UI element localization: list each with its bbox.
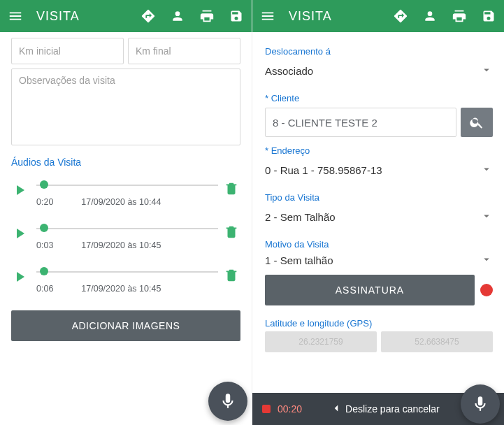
recording-dot-icon xyxy=(262,405,271,413)
print-icon[interactable] xyxy=(451,8,468,24)
gps-lat-value: 26.2321759 xyxy=(298,337,343,347)
audio-track[interactable] xyxy=(36,179,218,192)
trash-icon[interactable] xyxy=(224,180,240,197)
motivo-dropdown[interactable]: 1 - Sem talhão xyxy=(265,250,493,271)
save-icon[interactable] xyxy=(228,8,245,24)
menu-icon[interactable] xyxy=(7,8,24,24)
trash-icon[interactable] xyxy=(224,267,240,284)
save-icon[interactable] xyxy=(480,8,497,24)
deslocamento-value: Associado xyxy=(265,65,313,77)
directions-icon[interactable] xyxy=(392,8,409,24)
audio-track[interactable] xyxy=(36,222,218,235)
audio-item: 0:20 17/09/2020 às 10:44 xyxy=(11,173,240,217)
mic-fab-left[interactable] xyxy=(208,382,247,421)
audio-item: 0:03 17/09/2020 às 10:45 xyxy=(11,217,240,260)
audio-item: 0:06 17/09/2020 às 10:45 xyxy=(11,260,240,303)
endereco-value: 0 - Rua 1 - 758.95867-13 xyxy=(265,164,382,176)
endereco-label: * Endereço xyxy=(265,145,493,156)
tipo-value: 2 - Sem Talhão xyxy=(265,211,336,223)
audios-section-label: Áudios da Visita xyxy=(11,157,240,168)
cliente-value: 8 - CLIENTE TESTE 2 xyxy=(273,117,377,129)
km-inicial-placeholder: Km inicial xyxy=(19,45,61,57)
trash-icon[interactable] xyxy=(224,224,240,240)
caret-down-icon xyxy=(480,210,493,224)
appbar-title: VISITA xyxy=(289,9,332,24)
menu-icon[interactable] xyxy=(259,8,276,24)
gps-label: Latitude e longitude (GPS) xyxy=(265,318,493,329)
cliente-search-button[interactable] xyxy=(461,108,493,137)
audio-timestamp: 17/09/2020 às 10:45 xyxy=(81,284,161,294)
print-icon[interactable] xyxy=(199,8,215,24)
audio-track[interactable] xyxy=(36,266,218,278)
recording-time: 00:20 xyxy=(278,403,302,415)
directions-icon[interactable] xyxy=(140,8,157,24)
recording-cancel-hint: Deslize para cancelar xyxy=(345,403,440,415)
add-images-button[interactable]: ADICIONAR IMAGENS xyxy=(11,310,240,341)
endereco-dropdown[interactable]: 0 - Rua 1 - 758.95867-13 xyxy=(265,156,493,184)
play-icon[interactable] xyxy=(11,182,28,199)
person-icon[interactable] xyxy=(422,8,438,24)
caret-down-icon xyxy=(480,163,493,178)
gps-lon-value: 52.6638475 xyxy=(415,337,459,347)
person-icon[interactable] xyxy=(169,8,186,24)
gps-lon-cell: 52.6638475 xyxy=(381,331,493,352)
km-inicial-input[interactable]: Km inicial xyxy=(11,38,124,64)
cliente-input[interactable]: 8 - CLIENTE TESTE 2 xyxy=(265,108,456,137)
record-indicator xyxy=(480,284,493,296)
caret-down-icon xyxy=(480,64,493,78)
chevron-left-icon xyxy=(330,402,345,417)
tipo-label: Tipo da Visita xyxy=(265,192,493,203)
motivo-label: Motivo da Visita xyxy=(265,239,493,250)
cliente-label: * Cliente xyxy=(265,93,493,103)
deslocamento-label: Deslocamento á xyxy=(265,46,493,57)
mic-fab-right[interactable] xyxy=(461,384,500,424)
obs-textarea[interactable]: Observações da visita xyxy=(11,69,240,145)
appbar-title: VISITA xyxy=(36,9,80,24)
audio-duration: 0:06 xyxy=(36,284,53,294)
audio-duration: 0:20 xyxy=(36,197,53,207)
appbar-left: VISITA xyxy=(0,0,252,32)
audio-timestamp: 17/09/2020 às 10:44 xyxy=(81,197,161,207)
audio-duration: 0:03 xyxy=(36,240,53,250)
km-final-input[interactable]: Km final xyxy=(128,38,240,64)
tipo-dropdown[interactable]: 2 - Sem Talhão xyxy=(265,203,493,231)
deslocamento-dropdown[interactable]: Associado xyxy=(265,57,493,85)
play-icon[interactable] xyxy=(11,225,28,242)
appbar-right: VISITA xyxy=(252,0,504,32)
audio-timestamp: 17/09/2020 às 10:45 xyxy=(81,240,161,250)
play-icon[interactable] xyxy=(11,268,28,285)
assinatura-button[interactable]: ASSINATURA xyxy=(265,275,475,305)
gps-lat-cell: 26.2321759 xyxy=(265,331,377,352)
caret-down-icon xyxy=(480,253,493,268)
km-final-placeholder: Km final xyxy=(136,45,171,57)
search-icon xyxy=(469,115,484,130)
motivo-value: 1 - Sem talhão xyxy=(265,254,333,266)
obs-placeholder: Observações da visita xyxy=(19,75,115,86)
